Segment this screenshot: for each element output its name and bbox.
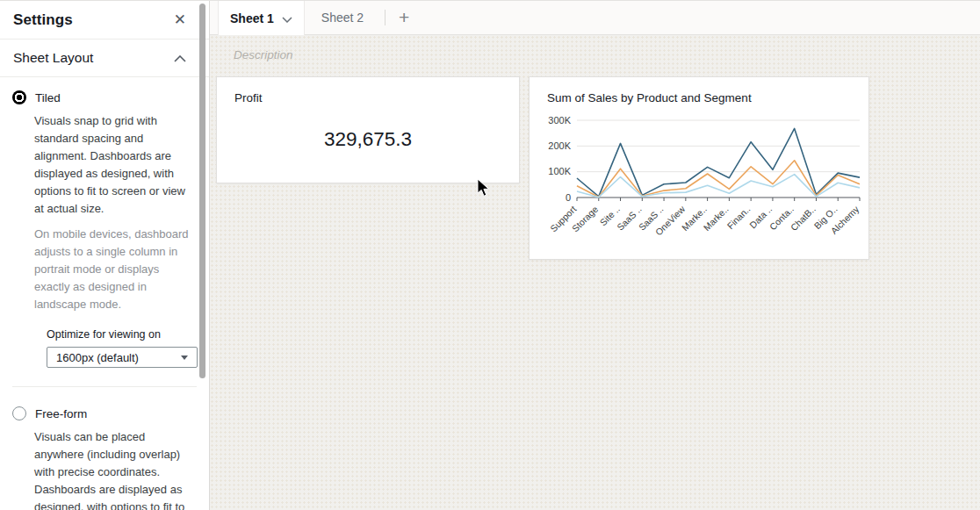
app-window: Settings ✕ Sheet Layout Tiled Visuals sn… bbox=[0, 0, 980, 510]
settings-header: Settings ✕ bbox=[0, 1, 209, 40]
add-sheet-button[interactable]: + bbox=[390, 1, 418, 34]
sheet-layout-section-header[interactable]: Sheet Layout bbox=[0, 40, 209, 77]
svg-text:300K: 300K bbox=[548, 115, 571, 126]
tab-sheet-2[interactable]: Sheet 2 bbox=[305, 1, 380, 34]
chevron-down-icon[interactable] bbox=[282, 11, 292, 25]
chart-area: 0100K200K300KSupportStorageSite ..SaaS .… bbox=[533, 108, 868, 250]
chevron-up-icon[interactable] bbox=[174, 50, 186, 66]
main-area: Sheet 1 Sheet 2 + Description Profit 329… bbox=[210, 1, 980, 510]
optimize-dropdown-value: 1600px (default) bbox=[56, 351, 139, 364]
description-input[interactable]: Description bbox=[234, 48, 293, 61]
optimize-dropdown[interactable]: 1600px (default) bbox=[47, 347, 198, 368]
svg-text:0: 0 bbox=[566, 192, 571, 203]
sales-line-chart-svg: 0100K200K300KSupportStorageSite ..SaaS .… bbox=[533, 108, 867, 247]
chart-title: Sum of Sales by Product and Segment bbox=[530, 77, 868, 104]
tiled-radio-selected[interactable] bbox=[12, 90, 26, 104]
tab-sheet-2-label: Sheet 2 bbox=[321, 11, 364, 25]
freeform-radio-label: Free-form bbox=[35, 407, 87, 420]
svg-text:200K: 200K bbox=[548, 140, 571, 151]
settings-panel: Settings ✕ Sheet Layout Tiled Visuals sn… bbox=[0, 1, 210, 510]
sidebar-scrollbar[interactable] bbox=[199, 4, 205, 378]
close-icon[interactable]: ✕ bbox=[174, 12, 186, 27]
freeform-radio-unselected[interactable] bbox=[12, 406, 26, 420]
optimize-block: Optimize for viewing on 1600px (default) bbox=[47, 328, 209, 368]
freeform-option: Free-form Visuals can be placed anywhere… bbox=[0, 387, 209, 510]
tiled-radio-row[interactable]: Tiled bbox=[12, 90, 209, 104]
tab-separator bbox=[385, 10, 386, 25]
svg-text:100K: 100K bbox=[548, 166, 571, 176]
freeform-radio-row[interactable]: Free-form bbox=[12, 406, 209, 420]
tab-sheet-1-label: Sheet 1 bbox=[230, 11, 274, 25]
sheet-tab-bar: Sheet 1 Sheet 2 + bbox=[210, 1, 980, 35]
sheet-layout-title: Sheet Layout bbox=[13, 50, 93, 66]
svg-text:Finan..: Finan.. bbox=[724, 204, 752, 231]
line-chart-visual[interactable]: Sum of Sales by Product and Segment 0100… bbox=[529, 76, 869, 260]
kpi-value: 329,675.3 bbox=[217, 128, 519, 151]
dashboard-canvas[interactable]: Description Profit 329,675.3 Sum of Sale… bbox=[210, 35, 980, 510]
caret-down-icon bbox=[181, 356, 188, 360]
kpi-title: Profit bbox=[217, 77, 519, 104]
freeform-description: Visuals can be placed anywhere (includin… bbox=[34, 428, 191, 510]
tiled-description: Visuals snap to grid with standard spaci… bbox=[34, 112, 191, 218]
settings-title: Settings bbox=[13, 11, 73, 29]
kpi-visual-profit[interactable]: Profit 329,675.3 bbox=[216, 76, 520, 183]
tab-sheet-1[interactable]: Sheet 1 bbox=[218, 1, 305, 35]
tiled-option: Tiled Visuals snap to grid with standard… bbox=[0, 77, 209, 368]
tiled-mobile-description: On mobile devices, dashboard adjusts to … bbox=[34, 226, 191, 313]
optimize-label: Optimize for viewing on bbox=[47, 328, 209, 341]
tiled-radio-label: Tiled bbox=[35, 91, 61, 104]
